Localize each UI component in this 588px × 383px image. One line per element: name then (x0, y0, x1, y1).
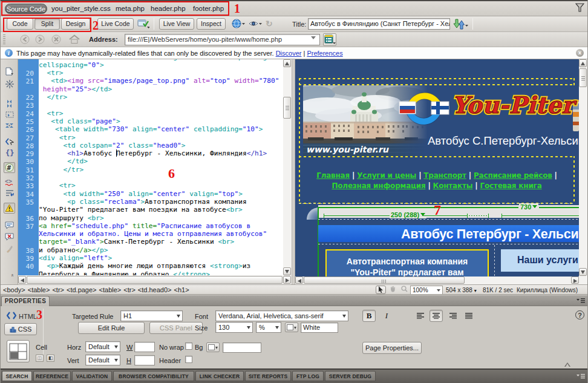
window-size-indicator[interactable]: 504 x 388 ▾ (446, 287, 477, 293)
align-left-icon[interactable] (414, 310, 427, 322)
size-select-part[interactable]: 130 (218, 324, 229, 331)
collapse-selection-icon-part[interactable] (5, 111, 14, 119)
design-hscrollbar-thumb-part[interactable] (382, 280, 382, 283)
discover-link[interactable]: Discover (276, 50, 302, 57)
back-icon[interactable] (20, 34, 31, 45)
line-numbers-icon[interactable]: # (4, 162, 15, 173)
toolbar-expand-chevrons-icon[interactable]: « (4, 270, 15, 281)
code-navigator-icon-part[interactable] (5, 80, 14, 88)
expand-all-icon-part[interactable] (5, 122, 13, 129)
align-justify-icon-part[interactable] (465, 313, 472, 319)
results-menu-icon[interactable] (577, 373, 585, 379)
select-tool-icon-part[interactable] (378, 286, 384, 293)
vert-select-part[interactable] (114, 359, 118, 364)
text-color-well[interactable] (285, 322, 298, 332)
visual-aids-eye-icon[interactable] (249, 19, 262, 30)
design-scroll-left-icon[interactable] (295, 277, 303, 284)
remove-comment-icon[interactable] (4, 232, 15, 243)
close-info-bar-icon[interactable]: x (576, 49, 584, 57)
design-hscrollbar-thumb[interactable] (304, 277, 465, 284)
address-dropdown-icon[interactable] (311, 36, 316, 42)
format-source-code-icon-part[interactable] (5, 245, 13, 253)
tag-selector-item[interactable]: <table> (28, 286, 50, 293)
window-size-indicator-part[interactable]: ▾ (474, 288, 477, 293)
syntax-error-alerts-icon[interactable] (4, 203, 15, 214)
title-input[interactable]: Автобус в Финляндию (Санкт Петербург - Х… (308, 18, 450, 30)
text-color-well-part[interactable] (287, 324, 293, 330)
tag-selector-item[interactable]: <td.page> (67, 286, 97, 293)
tab-properties[interactable]: PROPERTIES (1, 296, 50, 306)
balance-braces-icon[interactable]: {} (4, 148, 15, 159)
site-nav-link[interactable]: Расписание рейсов (474, 171, 552, 180)
check-browser-compat-icon[interactable] (137, 19, 149, 30)
design-scrollbar-thumb-part[interactable] (581, 76, 585, 77)
results-tab-server-debug[interactable]: SERVER DEBUG (325, 371, 376, 381)
line-numbers-icon-part[interactable]: # (5, 163, 14, 172)
align-center-icon[interactable] (430, 310, 443, 322)
design-scrollbar-thumb[interactable] (579, 68, 587, 87)
results-tab-browser-compatibility[interactable]: BROWSER COMPATIBILITY (113, 371, 194, 381)
code-scroll-right-icon[interactable] (283, 276, 291, 284)
merge-cells-icon[interactable]: ◫ (36, 355, 44, 362)
check-browser-compat-icon-part[interactable] (137, 19, 149, 28)
highlight-invalid-code-icon-part[interactable]: <> (5, 178, 14, 186)
refresh-icon[interactable]: ↻ (266, 19, 273, 28)
file-management-icon-part[interactable] (453, 19, 469, 30)
ruler-column-width-label[interactable]: 250 (288) (390, 211, 426, 218)
edit-rule-button[interactable]: Edit Rule (78, 322, 145, 334)
horz-select-part[interactable]: Default (88, 343, 109, 350)
site-nav-link[interactable]: Главная (316, 171, 350, 180)
zoom-tool-icon-part[interactable] (401, 286, 408, 292)
align-center-icon-part[interactable] (433, 313, 440, 319)
inspect-button[interactable]: Inspect (197, 18, 226, 30)
code-scroll-left-icon-part[interactable] (21, 278, 24, 283)
unit-select-part[interactable]: % (259, 324, 265, 331)
results-tab-search[interactable]: SEARCH (2, 371, 32, 381)
home-icon[interactable] (68, 34, 80, 45)
ruler-table-width-label-part[interactable]: 730 (520, 203, 531, 211)
forward-icon-part[interactable] (35, 34, 46, 44)
preview-globe-icon[interactable] (232, 19, 245, 30)
design-scroll-left-icon-part[interactable] (298, 279, 301, 283)
site-nav-link[interactable]: Полезная информация (332, 182, 425, 190)
vert-select[interactable]: Default (85, 355, 120, 365)
select-parent-tag-icon[interactable] (4, 137, 15, 148)
targeted-rule-select-part[interactable] (177, 315, 180, 319)
word-wrap-icon-part[interactable] (5, 189, 14, 197)
targeted-rule-select-part[interactable]: H1 (123, 312, 132, 319)
results-tab-ftp-log[interactable]: FTP LOG (292, 371, 324, 381)
bg-color-input[interactable] (223, 342, 261, 353)
code-horizontal-scrollbar[interactable] (18, 275, 292, 284)
home-icon-part[interactable] (68, 34, 80, 44)
unit-select[interactable]: % (256, 322, 281, 333)
collapse-selection-icon[interactable] (4, 110, 15, 121)
live-code-button[interactable]: Live Code (97, 18, 134, 30)
code-hscrollbar-thumb[interactable] (27, 276, 283, 284)
vert-select-part[interactable]: Default (88, 356, 109, 364)
horz-select[interactable]: Default (85, 341, 120, 352)
ruler-table-width-label-part[interactable] (532, 205, 537, 211)
targeted-rule-select[interactable]: H1 (120, 310, 183, 321)
code-scroll-up-icon[interactable] (283, 59, 291, 67)
window-size-indicator-part[interactable]: 504 x 388 (446, 287, 472, 293)
forward-icon[interactable] (35, 34, 46, 45)
css-mode-button-part[interactable]: CSS (18, 326, 32, 333)
font-select-part[interactable]: Verdana, Arial, Helvetica, sans-serif (218, 312, 324, 319)
tag-selector-item[interactable]: <h1> (174, 286, 189, 293)
back-icon-part[interactable] (20, 34, 31, 44)
font-select-part[interactable] (342, 315, 346, 319)
select-tool-icon[interactable] (376, 286, 386, 294)
tag-selector-item[interactable]: <body> (3, 286, 25, 293)
design-vertical-scrollbar[interactable] (579, 59, 587, 284)
stop-icon-part[interactable] (51, 34, 62, 44)
help-icon[interactable]: ? (575, 310, 584, 319)
css-mode-button[interactable]: CSS (4, 323, 37, 335)
code-scrollbar-thumb[interactable] (283, 97, 291, 119)
balance-braces-icon-part[interactable]: {} (5, 149, 14, 157)
code-vertical-scrollbar[interactable] (283, 59, 292, 275)
stop-icon[interactable] (51, 34, 62, 45)
ruler-table-width-label[interactable]: 730 (519, 203, 538, 211)
html-mode-button[interactable]: HTML (19, 313, 37, 320)
results-tab-site-reports[interactable]: SITE REPORTS (245, 371, 291, 381)
align-right-icon[interactable] (446, 310, 460, 322)
